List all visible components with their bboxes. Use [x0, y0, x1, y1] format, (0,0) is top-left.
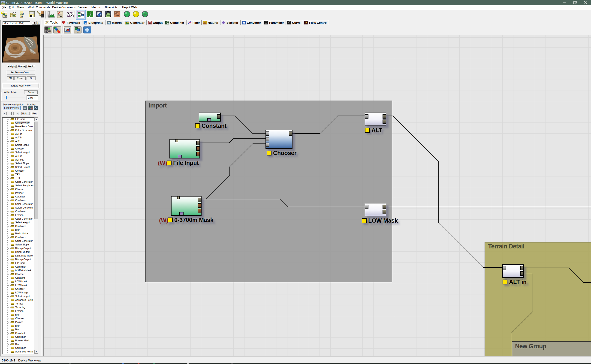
svg-text:M: M — [108, 21, 110, 25]
svg-text:?: ? — [20, 11, 24, 19]
svg-text:B: B — [85, 21, 86, 25]
